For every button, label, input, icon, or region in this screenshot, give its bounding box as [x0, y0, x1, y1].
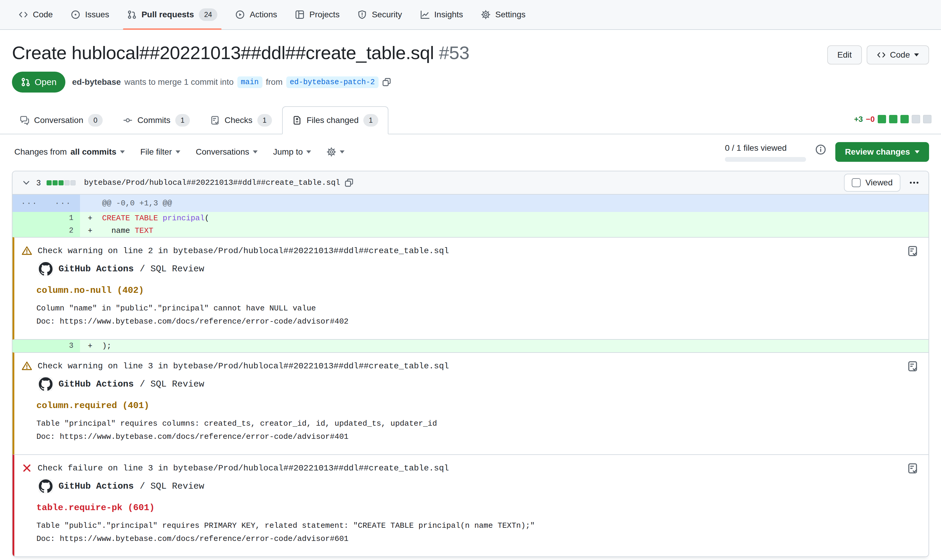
check-tool-link[interactable]: GitHub Actions: [58, 481, 134, 491]
check-tool-link[interactable]: GitHub Actions: [58, 264, 134, 274]
shield-icon: [357, 10, 367, 19]
hunk-header-row: ··· ··· @@ -0,0 +1,3 @@: [12, 195, 929, 212]
chevron-down-icon: [915, 151, 919, 154]
view-check-run-checklist-icon[interactable]: [907, 245, 918, 257]
head-branch-link[interactable]: ed-bytebase-patch-2: [286, 77, 378, 88]
review-changes-button[interactable]: Review changes: [835, 142, 929, 162]
git-commit-icon: [123, 115, 132, 125]
line-number[interactable]: 3: [12, 340, 80, 352]
file-diff-icon: [292, 115, 302, 125]
conversations-dropdown[interactable]: Conversations: [196, 147, 258, 157]
file-options-kebab-icon[interactable]: [909, 177, 919, 188]
expand-dots: ···: [12, 195, 46, 212]
tab-checks[interactable]: Checks 1: [200, 106, 282, 134]
copy-branch-icon[interactable]: [382, 78, 391, 86]
collapse-file-chevron-icon[interactable]: [22, 178, 31, 188]
file-filter-dropdown[interactable]: File filter: [140, 147, 180, 157]
tab-counter: 1: [363, 114, 378, 126]
chevron-down-icon: [120, 151, 125, 154]
nav-item-pull-requests[interactable]: Pull requests 24: [118, 0, 227, 29]
files-viewed-progressbar: [725, 157, 806, 162]
check-run-name: / SQL Review: [140, 264, 204, 274]
rule-doc: Doc: https://www.bytebase.com/docs/refer…: [37, 534, 916, 543]
nav-item-security[interactable]: Security: [348, 0, 411, 29]
code-line: +CREATE TABLE principal(: [80, 212, 929, 225]
github-actions-avatar: [39, 262, 52, 276]
file-diff-panel: 3 bytebase/Prod/hublocal##20221013##ddl#…: [12, 171, 929, 557]
rule-message: Table "public"."principal" requires PRIM…: [37, 521, 916, 530]
author-link[interactable]: ed-bytebase: [72, 77, 121, 87]
rule-doc: Doc: https://www.bytebase.com/docs/refer…: [37, 432, 916, 441]
diffstat-square: [889, 115, 897, 123]
checklist-icon: [210, 115, 220, 125]
additions-count: +3: [854, 115, 863, 124]
tab-commits[interactable]: Commits 1: [113, 106, 200, 134]
tab-counter: 1: [257, 114, 272, 126]
pr-files-page: Create hublocal##20221013##ddl##create_t…: [0, 30, 941, 557]
diffstat-square: [900, 115, 909, 123]
code-dropdown-button[interactable]: Code: [867, 45, 929, 65]
changes-from-dropdown[interactable]: Changes from all commits: [14, 147, 125, 157]
rule-message: Table "principal" requires columns: crea…: [37, 419, 916, 428]
info-icon[interactable]: [815, 142, 826, 155]
code-icon: [877, 51, 886, 59]
jump-to-dropdown[interactable]: Jump to: [273, 147, 311, 157]
line-number[interactable]: 2: [12, 225, 80, 237]
view-check-run-checklist-icon[interactable]: [907, 463, 918, 474]
nav-item-actions[interactable]: Actions: [226, 0, 286, 29]
play-icon: [235, 10, 245, 19]
diff-settings-dropdown[interactable]: [327, 147, 344, 157]
copy-path-icon[interactable]: [344, 178, 354, 187]
view-check-run-checklist-icon[interactable]: [907, 361, 918, 372]
tab-counter: 1: [175, 114, 190, 126]
file-changed-lines-count: 3: [37, 178, 41, 188]
nav-item-projects[interactable]: Projects: [286, 0, 348, 29]
rule-doc: Doc: https://www.bytebase.com/docs/refer…: [37, 317, 916, 326]
nav-item-insights[interactable]: Insights: [411, 0, 472, 29]
nav-label: Projects: [309, 10, 340, 19]
nav-item-settings[interactable]: Settings: [472, 0, 534, 29]
nav-item-issues[interactable]: Issues: [62, 0, 118, 29]
nav-label: Code: [33, 10, 53, 19]
github-actions-avatar: [39, 377, 52, 391]
issue-opened-icon: [71, 10, 80, 19]
alert-triangle-icon: [22, 361, 32, 371]
tab-counter: 0: [88, 114, 103, 126]
viewed-checkbox[interactable]: [852, 178, 861, 187]
edit-button[interactable]: Edit: [827, 45, 862, 65]
pull-requests-count-badge: 24: [199, 8, 218, 21]
diffstat-square: [912, 115, 920, 123]
repo-nav: Code Issues Pull requests 24 Actions Pro…: [0, 0, 941, 30]
check-annotation-warning-402: Check warning on line 2 in bytebase/Prod…: [12, 237, 929, 340]
rule-title: column.no-null (402): [37, 285, 916, 295]
chevron-down-icon: [306, 151, 311, 154]
nav-label: Settings: [495, 10, 526, 19]
tab-files-changed[interactable]: Files changed 1: [282, 106, 388, 134]
check-tool-link[interactable]: GitHub Actions: [58, 379, 134, 389]
rule-title: table.require-pk (601): [37, 503, 916, 513]
file-path-link[interactable]: bytebase/Prod/hublocal##20221013##ddl##c…: [84, 178, 340, 187]
tab-conversation[interactable]: Conversation 0: [9, 106, 113, 134]
viewed-toggle-button[interactable]: Viewed: [844, 174, 900, 192]
line-number[interactable]: 1: [12, 212, 80, 225]
git-pull-request-icon: [21, 77, 31, 87]
rule-title: column.required (401): [37, 401, 916, 411]
expand-dots: ···: [46, 195, 80, 212]
file-header: 3 bytebase/Prod/hublocal##20221013##ddl#…: [12, 171, 929, 195]
git-pull-request-icon: [127, 10, 137, 19]
check-annotation-warning-401: Check warning on line 3 in bytebase/Prod…: [12, 352, 929, 454]
base-branch-link[interactable]: main: [237, 77, 263, 88]
annotation-heading: Check failure on line 3 in bytebase/Prod…: [38, 463, 449, 473]
file-diffstat-squares: [46, 180, 75, 185]
nav-label: Issues: [85, 10, 109, 19]
hunk-gutter[interactable]: ··· ···: [12, 195, 80, 212]
diff-line-2: 2 + name TEXT: [12, 225, 929, 237]
x-icon: [22, 463, 32, 474]
nav-item-code[interactable]: Code: [9, 0, 62, 29]
chevron-down-icon: [914, 54, 919, 57]
project-icon: [295, 10, 304, 19]
rule-message: Column "name" in "public"."principal" ca…: [37, 304, 916, 313]
comment-discussion-icon: [20, 115, 29, 125]
files-viewed-progress: 0 / 1 files viewed: [725, 142, 806, 162]
diff-line-1: 1 +CREATE TABLE principal(: [12, 212, 929, 225]
